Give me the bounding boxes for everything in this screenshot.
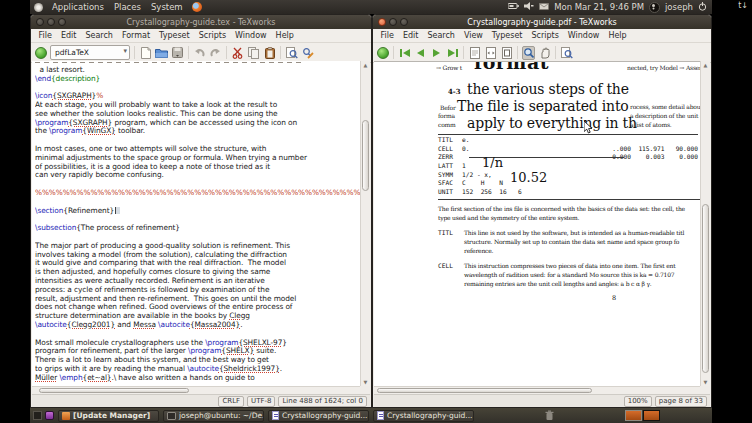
workspace-2[interactable] [643,410,660,421]
zoom-level-indicator[interactable]: 100% [624,396,652,407]
magnifier-tool-button[interactable] [522,46,535,60]
editor-line: is then adjusted, and hopefully comes cl… [35,268,360,277]
menu-item[interactable]: Edit [398,31,423,40]
typeset-button[interactable] [377,47,389,59]
menu-item[interactable]: Scripts [194,31,230,40]
pdf-vertical-scrollbar[interactable]: ▲ ▼ [700,61,710,386]
find-button[interactable] [560,46,573,60]
menu-item[interactable]: Search [81,31,117,40]
menu-item[interactable]: Search [423,31,459,40]
user-avatar-icon[interactable] [649,2,660,13]
distro-logo-icon[interactable] [34,3,43,12]
find-button[interactable] [285,46,298,60]
save-button[interactable] [171,46,184,60]
taskbar-item-tex-document[interactable]: Crystallography-guid... [268,410,369,422]
menu-item[interactable]: File [34,31,56,40]
engine-select[interactable]: pdfLaTeX ▾ [50,45,130,60]
hand-tool-button[interactable] [538,46,551,60]
menu-item[interactable]: File [376,31,398,40]
menu-item[interactable]: Help [604,31,631,40]
scroll-up-arrow-icon[interactable]: ▲ [701,61,710,69]
undo-button[interactable] [193,46,206,60]
copy-button[interactable] [247,46,260,60]
trash-icon[interactable] [545,410,554,423]
app-window-icon[interactable] [45,411,54,420]
editor-line: result, adjustment and then re-refinemen… [35,295,360,304]
typeset-button[interactable] [35,47,47,59]
editor-line: Müller \emph{et~al}.\ have also written … [35,374,360,383]
editor-line: see whether the solution looks realistic… [35,110,360,119]
maximize-button[interactable] [400,18,408,26]
last-page-button[interactable] [446,46,459,60]
menu-item[interactable]: Window [231,31,272,40]
taskbar-item-terminal[interactable]: joseph@ubuntu: ~/De... [163,410,264,422]
window-title: Crystallography-guide.pdf - TeXworks [373,18,711,27]
menu-item[interactable]: Window [563,31,604,40]
taskbar: [Update Manager] joseph@ubuntu: ~/De... … [30,408,712,423]
pdf-code-listing: TITLe. CELL0...000 115.971 90.000 ZERR0.… [438,136,698,197]
menu-item[interactable]: Scripts [527,31,563,40]
editor-line: can very rapidly become confusing. [35,171,360,180]
power-icon[interactable] [698,2,707,13]
battery-icon[interactable] [508,2,519,12]
scroll-down-arrow-icon[interactable]: ▼ [701,378,710,386]
volume-icon[interactable] [524,2,534,12]
mail-icon[interactable] [539,2,549,12]
pdf-page[interactable]: → Grow t format nected, try Model → Asse… [374,61,700,386]
editor-titlebar[interactable]: Crystallography-guide.tex - TeXworks [31,15,371,29]
menu-item[interactable]: View [459,31,487,40]
show-desktop-icon[interactable] [33,411,42,420]
scroll-down-arrow-icon[interactable]: ▼ [361,378,370,386]
first-page-button[interactable] [398,46,411,60]
engine-value: pdfLaTeX [55,48,89,57]
menu-system[interactable]: System [146,2,188,12]
paste-button[interactable] [263,46,276,60]
menu-places[interactable]: Places [109,2,146,12]
scrollbar-thumb[interactable] [39,388,190,393]
firefox-icon[interactable] [192,2,202,12]
pdf-big-line: apply to everything in th [467,115,637,131]
encoding-indicator[interactable]: UTF-8 [247,396,275,407]
open-file-button[interactable] [155,46,168,60]
editor-line [35,136,360,145]
line-ending-indicator[interactable]: CRLF [218,396,244,407]
redo-button[interactable] [209,46,222,60]
pdf-titlebar[interactable]: Crystallography-guide.pdf - TeXworks [373,15,711,29]
new-file-button[interactable] [139,46,152,60]
taskbar-item-update-manager[interactable]: [Update Manager] [58,410,159,422]
menu-item[interactable]: Edit [56,31,81,40]
scroll-up-arrow-icon[interactable]: ▲ [361,61,370,69]
close-button[interactable] [378,18,386,26]
menu-item[interactable]: Format [117,31,154,40]
fit-window-button[interactable] [500,46,513,60]
pdf-horizontal-scrollbar[interactable] [374,386,700,394]
close-button[interactable] [36,18,44,26]
cut-button[interactable] [231,46,244,60]
minimize-button[interactable] [47,18,55,26]
username[interactable]: joseph [665,2,693,12]
maximize-button[interactable] [58,18,66,26]
minimize-button[interactable] [389,18,397,26]
fit-width-button[interactable] [484,46,497,60]
menu-item[interactable]: Typeset [487,31,527,40]
clock[interactable]: Mon Mar 21, 9:46 PM [554,2,644,12]
editor-horizontal-scrollbar[interactable] [32,386,360,394]
scrollbar-thumb[interactable] [377,388,592,393]
menu-applications[interactable]: Applications [47,2,109,12]
scrollbar-thumb[interactable] [362,120,369,192]
scrollbar-thumb[interactable] [702,204,709,373]
workspace-1[interactable] [625,410,642,421]
editor-vertical-scrollbar[interactable]: ▲ ▼ [360,61,370,386]
menu-item[interactable]: Help [271,31,298,40]
taskbar-item-pdf-document[interactable]: Crystallography-guid... [373,410,474,422]
replace-button[interactable] [301,46,314,60]
pdf-render-artifact: 10.52 [510,170,547,185]
pdf-text: forma [438,112,455,119]
editor-line: \section{Refinement} [35,207,360,216]
previous-page-button[interactable] [414,46,427,60]
editor-text-area[interactable]: a last resort.\end{description}\icon{SXG… [32,61,360,386]
actual-size-button[interactable] [468,46,481,60]
menu-item[interactable]: Typeset [155,31,195,40]
next-page-button[interactable] [430,46,443,60]
pdf-window: Crystallography-guide.pdf - TeXworks Fil… [372,14,712,408]
